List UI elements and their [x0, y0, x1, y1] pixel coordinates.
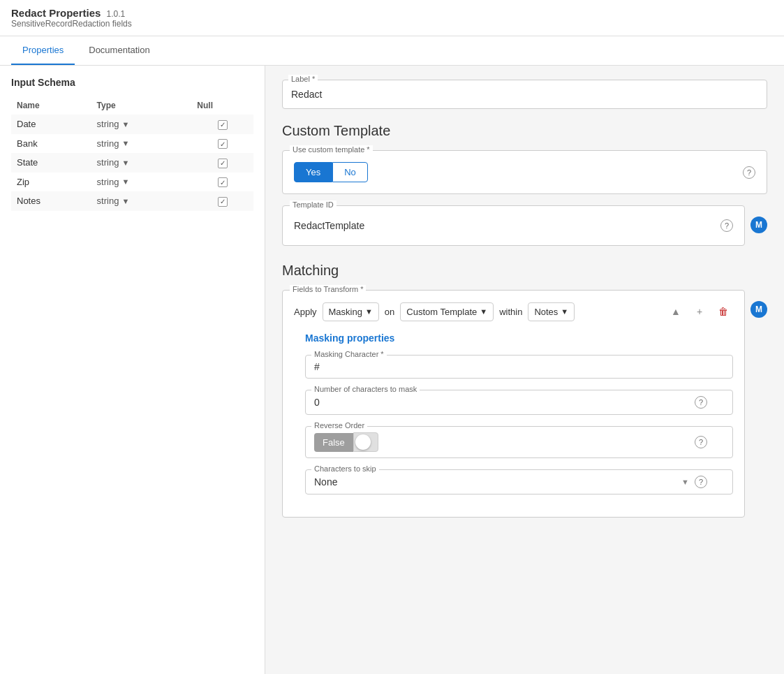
template-id-m-badge[interactable]: M [750, 217, 767, 233]
masking-char-input[interactable] [314, 361, 707, 372]
row-name: Notes [11, 191, 91, 211]
null-checkbox[interactable]: ✓ [218, 197, 228, 207]
masking-properties-container: Masking properties Masking Character * N… [294, 332, 733, 494]
template-id-help-icon[interactable]: ? [720, 219, 733, 232]
type-dropdown-icon[interactable]: ▼ [121, 139, 129, 147]
schema-table: Name Type Null Date string ▼ ✓ Bank [11, 96, 253, 211]
masking-value: Masking [329, 307, 362, 317]
use-template-help-icon[interactable]: ? [743, 166, 755, 179]
fields-transform-legend: Fields to Transform * [290, 285, 366, 293]
row-type: string ▼ [91, 134, 192, 154]
add-transform-button[interactable]: + [690, 302, 709, 321]
content-area: Label * Custom Template Use custom templ… [265, 66, 784, 674]
matching-title: Matching [282, 263, 767, 279]
chars-skip-row: Characters to skip None Letters Numbers … [305, 469, 733, 494]
toggle-yes[interactable]: Yes [294, 162, 332, 182]
null-checkbox[interactable]: ✓ [218, 177, 228, 187]
on-label: on [385, 307, 394, 317]
row-null: ✓ [191, 134, 253, 154]
type-dropdown-icon[interactable]: ▼ [121, 159, 129, 167]
app-title: Redact Properties 1.0.1 [11, 7, 125, 19]
row-type: string ▼ [91, 115, 192, 134]
null-checkbox[interactable]: ✓ [218, 120, 228, 130]
template-id-group: Template ID ? [282, 205, 745, 246]
move-up-button[interactable]: ▲ [666, 302, 686, 321]
row-null: ✓ [191, 115, 253, 134]
row-null: ✓ [191, 191, 253, 211]
row-type: string ▼ [91, 191, 192, 211]
masking-dropdown[interactable]: Masking ▼ [323, 302, 379, 321]
chars-skip-select-input[interactable]: None Letters Numbers Special [314, 476, 689, 488]
masking-arrow-icon: ▼ [365, 307, 373, 316]
num-chars-wrapper: Number of characters to mask ? [305, 390, 733, 415]
chars-skip-select[interactable]: None Letters Numbers Special [314, 476, 689, 488]
null-checkbox[interactable]: ✓ [218, 159, 228, 168]
fields-transform-row: Fields to Transform * Apply Masking ▼ on… [282, 290, 767, 532]
custom-template-value: Custom Template [406, 307, 477, 317]
type-dropdown-icon[interactable]: ▼ [121, 120, 129, 129]
app-subtitle: SensitiveRecordRedaction fields [11, 19, 773, 29]
masking-character-row: Masking Character * [305, 355, 733, 379]
row-null: ✓ [191, 153, 253, 173]
reverse-order-help-icon[interactable]: ? [695, 436, 707, 448]
tabs-bar: Properties Documentation [0, 36, 784, 66]
table-row: Notes string ▼ ✓ [11, 191, 253, 211]
delete-transform-button[interactable]: 🗑 [713, 302, 733, 321]
chars-skip-legend: Characters to skip [311, 464, 379, 473]
notes-arrow-icon: ▼ [561, 307, 568, 316]
template-id-row: Template ID ? M [282, 205, 767, 263]
toggle-no[interactable]: No [332, 162, 368, 182]
type-dropdown-icon[interactable]: ▼ [121, 177, 129, 186]
custom-template-dropdown[interactable]: Custom Template ▼ [400, 302, 494, 321]
use-custom-template-group: Use custom template * Yes No ? [282, 150, 767, 194]
toggle-knob [355, 434, 371, 450]
custom-template-title: Custom Template [282, 123, 767, 139]
use-template-toggle: Yes No [294, 162, 368, 182]
chars-skip-wrapper: Characters to skip None Letters Numbers … [305, 469, 733, 494]
notes-dropdown[interactable]: Notes ▼ [528, 302, 575, 321]
notes-value: Notes [534, 307, 558, 317]
num-chars-row: Number of characters to mask ? [305, 390, 733, 415]
chars-skip-help-icon[interactable]: ? [695, 476, 707, 488]
row-name: Bank [11, 134, 91, 154]
tab-documentation[interactable]: Documentation [77, 36, 161, 65]
col-null: Null [191, 96, 253, 115]
masking-props-title: Masking properties [305, 332, 733, 344]
null-checkbox[interactable]: ✓ [218, 139, 228, 149]
tab-properties[interactable]: Properties [11, 36, 75, 65]
row-null: ✓ [191, 173, 253, 192]
masking-char-legend: Masking Character * [311, 350, 387, 358]
within-label: within [499, 307, 522, 317]
label-input[interactable] [291, 86, 758, 103]
app-title-text: Redact Properties [11, 7, 101, 19]
fields-transform-group: Fields to Transform * Apply Masking ▼ on… [282, 290, 745, 518]
reverse-order-wrapper: Reverse Order False ? [305, 426, 733, 458]
reverse-order-row: Reverse Order False ? [305, 426, 733, 458]
matching-m-badge[interactable]: M [750, 301, 767, 318]
template-id-legend: Template ID [290, 200, 336, 209]
row-type: string ▼ [91, 153, 192, 173]
col-type: Type [91, 96, 192, 115]
reverse-order-toggle: False [314, 432, 378, 452]
num-chars-legend: Number of characters to mask [311, 385, 420, 393]
row-name: Date [11, 115, 91, 134]
sidebar-title: Input Schema [11, 77, 253, 88]
table-row: Bank string ▼ ✓ [11, 134, 253, 154]
false-button[interactable]: False [314, 433, 353, 452]
template-id-input[interactable] [294, 217, 720, 234]
app-header: Redact Properties 1.0.1 SensitiveRecordR… [0, 0, 784, 36]
main-layout: Input Schema Name Type Null Date string … [0, 66, 784, 674]
transform-config-row: Apply Masking ▼ on Custom Template ▼ wit… [294, 302, 733, 321]
toggle-slider[interactable] [353, 432, 378, 452]
num-chars-help-icon[interactable]: ? [695, 396, 707, 409]
masking-char-wrapper: Masking Character * [305, 355, 733, 379]
num-chars-input[interactable] [314, 397, 695, 408]
type-dropdown-icon[interactable]: ▼ [121, 197, 129, 205]
label-legend: Label * [288, 75, 318, 83]
apply-label: Apply [294, 307, 317, 317]
transform-actions: ▲ + 🗑 [666, 302, 733, 321]
table-row: Zip string ▼ ✓ [11, 173, 253, 192]
row-name: State [11, 153, 91, 173]
reverse-order-legend: Reverse Order [311, 421, 367, 430]
row-type: string ▼ [91, 173, 192, 192]
